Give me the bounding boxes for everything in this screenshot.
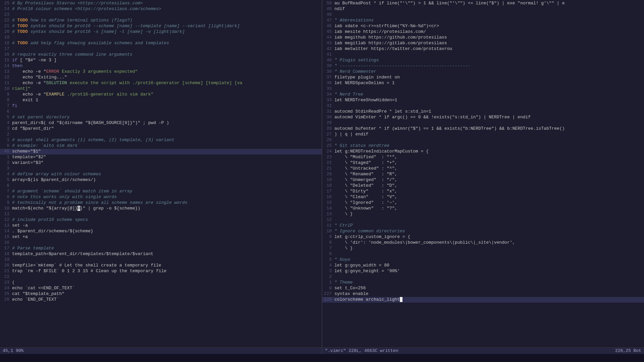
line-number: 21 [1, 23, 12, 28]
line-content [12, 274, 320, 279]
line-content: " Nerd Tree [334, 92, 643, 97]
line-content: array=$(ls $parent_dir/schemes/) [12, 177, 320, 182]
line-content [12, 46, 320, 51]
line-content [334, 137, 643, 142]
line-number: 4 [1, 120, 12, 125]
table-row: 25cat "$template_path" [0, 291, 322, 297]
line-number: 25 [324, 143, 334, 148]
line-content [12, 35, 320, 40]
line-number: 19 [1, 257, 12, 262]
table-row: 1# accept shell arguments (1) scheme, (2… [0, 137, 322, 143]
line-number: 9 [1, 200, 12, 205]
table-row: 5array=$(ls $parent_dir/schemes/) [0, 177, 322, 183]
table-row: 8# note this works only with single word… [0, 194, 322, 200]
table-row: 13 \ } [322, 212, 644, 217]
table-row: 21trap `rm -f $FILE` 0 1 2 3 15 # Clean … [0, 268, 322, 274]
line-content: parent_dir=$( cd "$(dirname "${BASH_SOUR… [12, 120, 320, 125]
line-content [334, 12, 643, 17]
table-row: 17 \ "Dirty" : "x", [322, 189, 644, 194]
line-number: 23 [1, 12, 12, 17]
line-content: " Plugin settings [334, 58, 643, 63]
table-row: 3let g:goyo_height = '90%' [322, 268, 644, 274]
line-content: # argument `scheme` should match item in… [12, 189, 320, 194]
line-number: 26 [324, 137, 334, 142]
line-number: 31 [324, 109, 334, 114]
line-number: 19 [1, 35, 12, 40]
line-number: 47 [324, 18, 334, 23]
line-number: 22 [1, 18, 12, 23]
table-row: 23 [0, 12, 322, 18]
line-number: 16 [1, 240, 12, 245]
line-content: tempfile=`mktemp` # Let the shell create… [12, 263, 320, 268]
table-row: 228colorscheme archaic_light [322, 297, 644, 303]
line-content: autocmd VimEnter * if argc() == 0 && !ex… [334, 115, 643, 120]
line-content: echo -e "SOLUTION execute the script wit… [12, 80, 320, 85]
line-content: \ } [334, 212, 643, 217]
line-content: " Git status nerdtree [334, 143, 643, 148]
line-content: fi [12, 103, 320, 108]
line-content: set -a [12, 223, 320, 228]
line-content: echo "Exiting..." [12, 75, 320, 80]
line-content [334, 217, 643, 222]
line-content: " Theme [334, 280, 643, 285]
table-row: 13set -a [0, 223, 322, 229]
line-number: 6 [1, 109, 12, 114]
line-number: 17 [324, 189, 334, 194]
table-row: 22# TODO how to define terminal options … [0, 18, 322, 23]
line-number: 35 [324, 86, 334, 91]
table-row: 3cd "$parent_dir" [0, 126, 322, 132]
table-row: 5# set parent directory [0, 115, 322, 120]
table-row: 50au BufReadPost * if line("'\"") > 1 &&… [322, 1, 644, 6]
line-number: 29 [324, 120, 334, 125]
table-row: 21 \ "Untracked" : "^", [322, 166, 644, 172]
line-content [12, 12, 320, 17]
right-code-area[interactable]: 50au BufReadPost * if line("'\"") > 1 &&… [322, 0, 644, 347]
line-content: \ "Staged" : "+", [334, 160, 643, 165]
line-number: 44 [324, 35, 334, 40]
left-code-area[interactable]: 25# By Protesilaos Stavrou <https://prot… [0, 0, 322, 347]
line-number: 12 [1, 75, 12, 80]
table-row: 24echo `cat <<END_OF_TEXT` [0, 286, 322, 291]
table-row: 11 [0, 212, 322, 217]
line-content: echo `END_OF_TEXT` [12, 297, 320, 302]
line-number: 18 [1, 251, 12, 256]
table-row: 14then [0, 63, 322, 69]
line-content: let g:NERDTreeIndicatorMapCustom = { [334, 149, 643, 154]
table-row: 6 [0, 109, 322, 115]
line-content: " Goyo [334, 257, 643, 262]
line-content: \ "Unmerged" : "/", [334, 177, 643, 182]
line-content: echo -e "EXAMPLE ./prot16-generator alto… [12, 92, 320, 97]
table-row: 32 [322, 103, 644, 109]
line-content: let g:ctrlp_custom_ignore = { [334, 234, 643, 239]
table-row: 49ndif [322, 6, 644, 12]
line-content: # TODO add help flag showing available s… [12, 41, 320, 46]
line-number: 49 [324, 6, 334, 11]
table-row: 48 [322, 12, 644, 18]
line-content: " CtrlP [334, 223, 643, 228]
table-row: 227syntax enable [322, 291, 644, 297]
line-number: 17 [1, 246, 12, 251]
line-number: 21 [1, 268, 12, 274]
line-content: # example: `alto vim dark` [12, 143, 320, 148]
line-content: # require exactly three command line arg… [12, 52, 320, 57]
line-content: colorscheme archaic_light [334, 297, 643, 302]
line-number: 8 [1, 98, 12, 103]
table-row: 1" Theme [322, 280, 644, 286]
line-content: # Parse template [12, 246, 320, 251]
line-number: 10 [1, 86, 12, 91]
line-number: 3 [324, 268, 334, 274]
line-number: 5 [324, 257, 334, 262]
right-status-bar: ".vimrc" 228L, 4663C written 228,25 Bot [322, 347, 644, 354]
line-content: template_path=$parent_dir/templates/$tem… [12, 251, 320, 256]
line-number: 15 [1, 58, 12, 63]
line-content: " Ignore common directories [334, 229, 643, 234]
line-content: let g:goyo_height = '90%' [334, 268, 643, 274]
line-number: 16 [324, 194, 334, 199]
table-row: 5" Goyo [322, 257, 644, 263]
line-content [334, 274, 643, 279]
line-number: 1 [1, 137, 12, 142]
table-row: 45scheme="$1" [0, 149, 322, 155]
table-row: 21# TODO syntax should be prot16 --schem… [0, 23, 322, 29]
line-number: 15 [1, 234, 12, 239]
table-row: 45iab mesite https://protesilaos.com/ [322, 29, 644, 35]
